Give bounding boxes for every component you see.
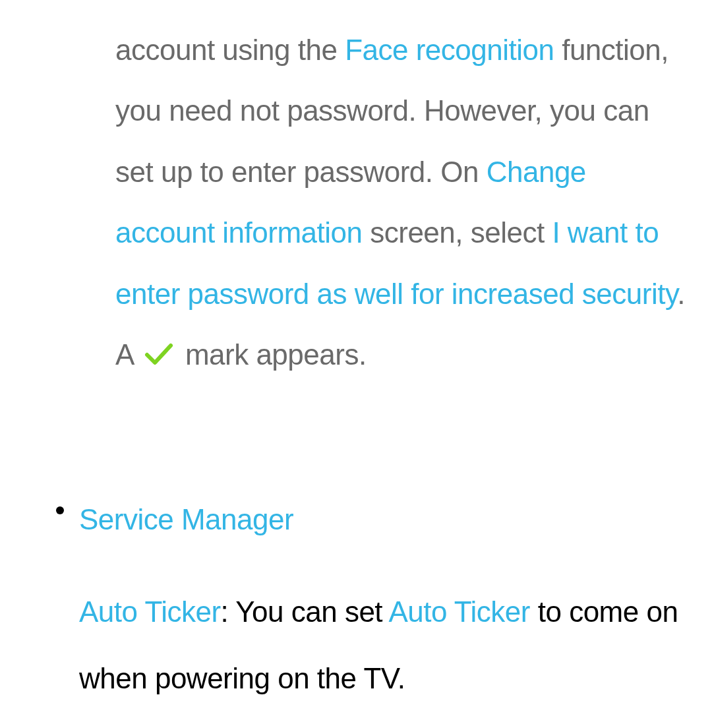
text-segment: account using the [115,34,345,66]
paragraph-auto-ticker: Auto Ticker: You can set Auto Ticker to … [79,578,686,712]
link-face-recognition: Face recognition [345,34,554,66]
link-auto-ticker-2: Auto Ticker [388,595,530,628]
checkmark-icon [144,326,173,387]
text-segment: : You can set [221,595,389,628]
heading-service-manager: Service Manager [79,493,686,545]
bullet-dot-icon [56,506,64,514]
text-segment: mark appears. [177,338,366,371]
link-auto-ticker-1: Auto Ticker [79,595,221,628]
text-segment: screen, select [363,216,552,249]
document-body: account using the Face recognition funct… [0,0,712,712]
paragraph-face-recognition: account using the Face recognition funct… [115,20,686,388]
bullet-service-manager: Service Manager Auto Ticker: You can set… [79,493,686,712]
